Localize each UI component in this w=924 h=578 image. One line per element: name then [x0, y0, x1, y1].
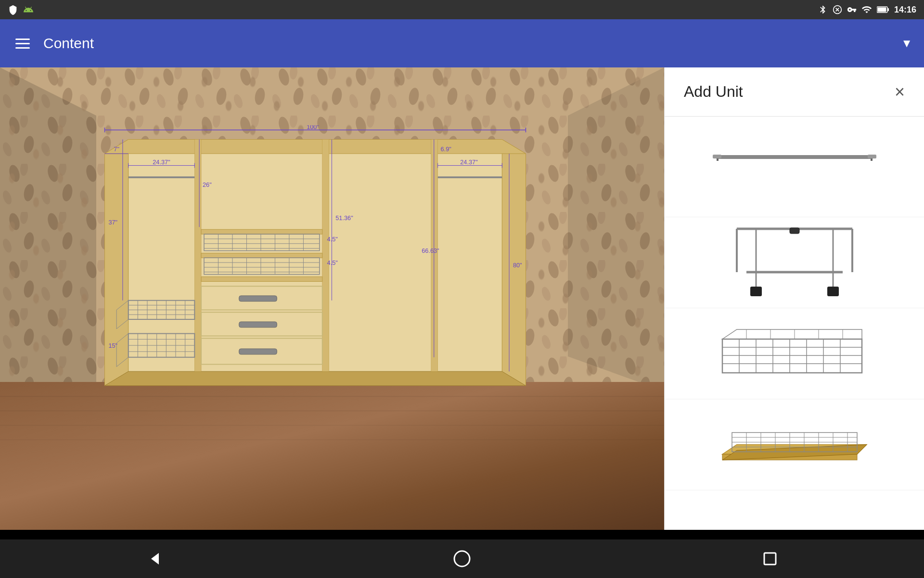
svg-rect-124	[722, 339, 862, 373]
home-button[interactable]	[433, 544, 491, 573]
svg-text:24.37": 24.37"	[153, 158, 170, 166]
unit-item-pulldown[interactable]	[665, 217, 924, 308]
svg-marker-156	[151, 553, 159, 565]
svg-marker-135	[722, 329, 862, 339]
unit-items-list	[665, 117, 924, 500]
svg-rect-52	[201, 277, 322, 282]
svg-rect-76	[239, 296, 277, 302]
scene-view: 100" 7" 24.37" 26" 37" 4.5" 4.5"	[0, 67, 664, 530]
svg-text:6.9": 6.9"	[441, 145, 451, 153]
basket-svg	[708, 320, 881, 387]
svg-text:4.5": 4.5"	[327, 236, 338, 243]
svg-text:15": 15"	[108, 342, 117, 349]
unit-shelf-basket-preview	[703, 411, 886, 478]
bottom-navigation	[0, 539, 924, 578]
svg-rect-123	[827, 287, 839, 296]
pulldown-svg	[708, 224, 881, 301]
recent-apps-icon	[760, 549, 780, 568]
svg-text:66.63": 66.63"	[422, 247, 439, 254]
status-time: 14:16	[894, 5, 916, 15]
svg-text:4.5": 4.5"	[327, 259, 338, 266]
drawer-2	[201, 312, 322, 336]
svg-text:7": 7"	[114, 145, 119, 153]
svg-marker-13	[568, 67, 664, 391]
drawer-1	[201, 286, 322, 310]
wifi-icon	[861, 4, 872, 15]
toolbar-dropdown-arrow[interactable]: ▼	[901, 37, 912, 50]
unit-item-rod[interactable]	[665, 126, 924, 217]
shield-icon	[8, 4, 18, 15]
panel-header: Add Unit ×	[665, 67, 924, 117]
status-bar: 14:16	[0, 0, 924, 19]
drawer-3	[201, 338, 322, 364]
app-toolbar: Content ▼	[0, 19, 924, 67]
closet-3d-view: 100" 7" 24.37" 26" 37" 4.5" 4.5"	[87, 125, 544, 405]
svg-text:24.37": 24.37"	[460, 158, 477, 166]
android-icon	[23, 4, 34, 15]
add-unit-panel: Add Unit ×	[664, 67, 924, 530]
status-left-icons	[8, 4, 34, 15]
panel-title: Add Unit	[684, 83, 743, 101]
back-icon	[144, 549, 164, 568]
main-content: 100" 7" 24.37" 26" 37" 4.5" 4.5"	[0, 67, 924, 530]
svg-text:80": 80"	[513, 262, 522, 269]
recent-apps-button[interactable]	[741, 544, 799, 573]
closet-svg: 100" 7" 24.37" 26" 37" 4.5" 4.5"	[87, 125, 544, 405]
close-button[interactable]: ×	[895, 83, 905, 101]
svg-rect-24	[194, 139, 201, 371]
svg-text:100": 100"	[307, 125, 319, 131]
svg-rect-4	[887, 8, 889, 11]
unit-rod-preview	[703, 138, 886, 205]
home-icon	[452, 549, 472, 568]
status-right-icons: 14:16	[818, 4, 916, 15]
unit-pulldown-preview	[703, 229, 886, 296]
svg-marker-23	[105, 139, 526, 153]
menu-button[interactable]	[12, 35, 34, 53]
svg-rect-50	[201, 229, 322, 234]
svg-rect-78	[239, 322, 277, 328]
back-button[interactable]	[125, 544, 183, 573]
svg-marker-22	[105, 371, 526, 385]
svg-marker-12	[0, 67, 96, 391]
battery-indicator-icon	[833, 5, 842, 14]
svg-rect-5	[877, 8, 886, 12]
rod-svg	[708, 143, 881, 200]
svg-rect-80	[239, 349, 277, 355]
toolbar-title: Content	[43, 35, 891, 52]
key-icon	[847, 5, 857, 14]
svg-rect-25	[322, 139, 329, 371]
battery-icon	[877, 5, 889, 14]
bluetooth-icon	[818, 5, 828, 14]
shelf-basket-svg	[708, 411, 881, 478]
unit-item-basket[interactable]	[665, 308, 924, 399]
unit-item-shelf-basket[interactable]	[665, 399, 924, 490]
svg-rect-158	[764, 553, 776, 565]
svg-rect-122	[750, 287, 762, 296]
svg-point-157	[454, 551, 470, 566]
svg-rect-26	[431, 139, 438, 371]
svg-rect-51	[201, 253, 322, 258]
svg-text:51.36": 51.36"	[335, 214, 353, 222]
svg-rect-114	[868, 155, 876, 158]
svg-text:26": 26"	[203, 181, 212, 188]
svg-rect-118	[790, 228, 799, 234]
svg-text:37": 37"	[108, 219, 117, 226]
unit-basket-preview	[703, 320, 886, 387]
svg-rect-113	[713, 155, 721, 158]
